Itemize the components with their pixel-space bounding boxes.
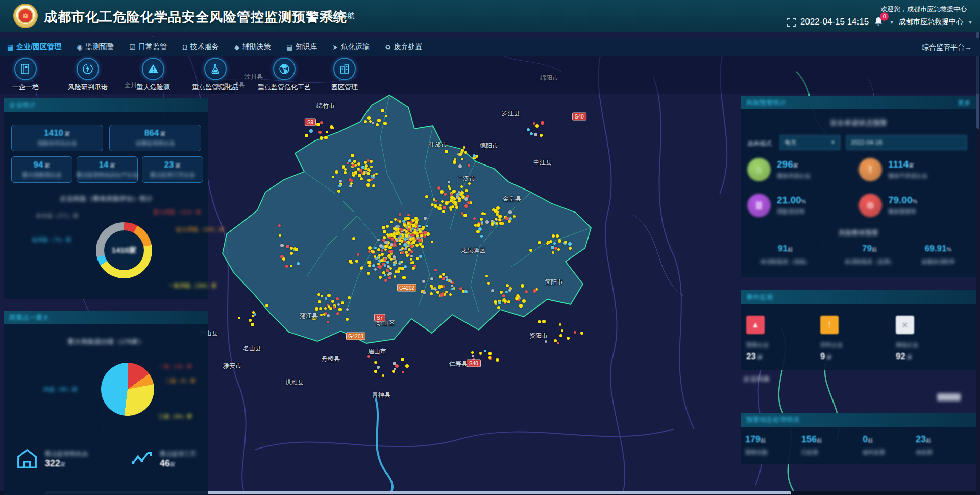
yellow-marker[interactable] (464, 151, 467, 154)
yellow-marker[interactable] (344, 171, 347, 174)
yellow-marker[interactable] (348, 296, 351, 299)
gray-marker[interactable] (388, 272, 392, 275)
yellow-marker[interactable] (448, 185, 450, 188)
blue-marker[interactable] (348, 159, 351, 162)
yellow-marker[interactable] (535, 124, 539, 128)
yellow-marker[interactable] (349, 260, 352, 263)
yellow-marker[interactable] (316, 123, 320, 126)
notification-bell[interactable]: 0 (873, 16, 885, 28)
blue-marker[interactable] (376, 256, 379, 259)
yellow-marker[interactable] (335, 170, 338, 174)
yellow-marker[interactable] (495, 218, 497, 220)
yellow-marker[interactable] (410, 258, 412, 261)
vertical-scrollbar[interactable] (976, 32, 980, 495)
blue-marker[interactable] (480, 235, 483, 238)
platform-link[interactable]: 综合监管平台→ (922, 38, 972, 56)
yellow-marker[interactable] (295, 248, 298, 251)
red-marker[interactable] (388, 237, 391, 239)
yellow-marker[interactable] (352, 237, 355, 240)
yellow-marker[interactable] (546, 242, 549, 245)
yellow-marker[interactable] (452, 190, 456, 193)
org-selector[interactable]: 成都市应急救援中心 (899, 17, 963, 27)
yellow-marker[interactable] (522, 299, 526, 303)
yellow-marker[interactable] (458, 197, 461, 200)
fullscreen-icon[interactable] (787, 18, 796, 27)
yellow-marker[interactable] (384, 248, 387, 251)
gray-marker[interactable] (445, 276, 448, 278)
nav-item-3[interactable]: Ω技术服务 (182, 42, 219, 52)
blue-marker[interactable] (361, 166, 365, 169)
yellow-marker[interactable] (459, 153, 462, 156)
bell-caret-icon[interactable]: ▼ (889, 19, 894, 25)
nav-item-6[interactable]: ➤危化运输 (332, 42, 370, 52)
gray-marker[interactable] (374, 268, 377, 271)
yellow-marker[interactable] (463, 146, 465, 149)
yellow-marker[interactable] (320, 314, 323, 316)
yellow-marker[interactable] (390, 221, 393, 223)
gray-marker[interactable] (545, 340, 547, 343)
red-marker[interactable] (286, 245, 289, 248)
yellow-marker[interactable] (540, 134, 543, 137)
more-link[interactable]: 更多 (958, 96, 971, 109)
yellow-marker[interactable] (395, 270, 398, 273)
blue-marker[interactable] (509, 217, 512, 220)
yellow-marker[interactable] (406, 217, 410, 220)
gray-marker[interactable] (451, 285, 453, 287)
yellow-marker[interactable] (365, 167, 368, 170)
blue-marker[interactable] (384, 264, 386, 267)
red-marker[interactable] (401, 251, 404, 254)
yellow-marker[interactable] (351, 154, 354, 157)
yellow-marker[interactable] (282, 257, 285, 261)
yellow-marker[interactable] (368, 261, 371, 264)
red-marker[interactable] (541, 121, 544, 125)
yellow-marker[interactable] (440, 190, 444, 194)
yellow-marker[interactable] (374, 370, 377, 373)
quick-item-0[interactable]: 一企一档 (0, 58, 56, 92)
yellow-marker[interactable] (401, 233, 404, 236)
gray-marker[interactable] (491, 289, 494, 292)
yellow-marker[interactable] (561, 329, 564, 332)
yellow-marker[interactable] (324, 307, 327, 310)
blue-marker[interactable] (568, 242, 572, 246)
yellow-marker[interactable] (416, 257, 419, 260)
nav-item-2[interactable]: ☑日常监管 (130, 42, 167, 52)
yellow-marker[interactable] (384, 245, 388, 248)
yellow-marker[interactable] (554, 339, 557, 342)
yellow-marker[interactable] (382, 226, 385, 229)
yellow-marker[interactable] (445, 201, 448, 205)
yellow-marker[interactable] (320, 136, 323, 140)
yellow-marker[interactable] (372, 184, 375, 187)
yellow-marker[interactable] (412, 224, 415, 227)
yellow-marker[interactable] (377, 119, 381, 122)
yellow-marker[interactable] (508, 220, 511, 223)
yellow-marker[interactable] (461, 149, 464, 152)
red-marker[interactable] (533, 289, 536, 293)
red-marker[interactable] (444, 193, 447, 196)
gray-marker[interactable] (379, 244, 383, 248)
gray-marker[interactable] (393, 255, 396, 258)
red-marker[interactable] (410, 245, 413, 248)
yellow-marker[interactable] (519, 304, 523, 308)
gray-marker[interactable] (327, 314, 330, 317)
yellow-marker[interactable] (383, 230, 386, 233)
yellow-marker[interactable] (412, 241, 415, 244)
red-marker[interactable] (574, 331, 576, 334)
yellow-marker[interactable] (504, 300, 507, 303)
nav-item-5[interactable]: ▤知识库 (286, 42, 317, 52)
blue-marker[interactable] (404, 238, 407, 241)
yellow-marker[interactable] (494, 209, 497, 213)
blue-marker[interactable] (309, 129, 313, 133)
red-marker[interactable] (407, 228, 410, 231)
red-marker[interactable] (395, 364, 399, 368)
yellow-marker[interactable] (355, 260, 358, 263)
yellow-marker[interactable] (338, 308, 342, 311)
yellow-marker[interactable] (383, 122, 387, 125)
gray-marker[interactable] (410, 255, 413, 257)
yellow-marker[interactable] (557, 248, 560, 251)
red-marker[interactable] (352, 164, 355, 167)
blue-marker[interactable] (325, 297, 327, 300)
gray-marker[interactable] (450, 280, 452, 283)
yellow-marker[interactable] (552, 251, 554, 254)
yellow-marker[interactable] (337, 190, 340, 193)
blue-marker[interactable] (464, 290, 468, 293)
